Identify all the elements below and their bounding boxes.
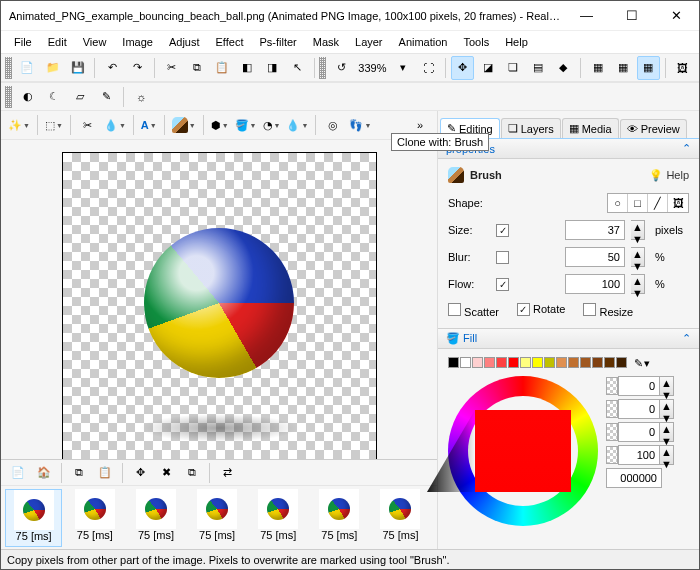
zoom-dropdown[interactable]: ▾ bbox=[391, 56, 414, 80]
cut-button[interactable]: ✂ bbox=[160, 56, 183, 80]
frame[interactable]: 75 [ms] bbox=[250, 489, 307, 547]
menu-effect[interactable]: Effect bbox=[209, 34, 251, 50]
swatch[interactable] bbox=[580, 357, 591, 368]
size-checkbox[interactable] bbox=[496, 224, 509, 237]
resize-checkbox[interactable] bbox=[583, 303, 596, 316]
swatch[interactable] bbox=[496, 357, 507, 368]
frame-home-button[interactable]: 🏠 bbox=[32, 461, 56, 485]
size-spinner[interactable]: ▲▼ bbox=[631, 220, 645, 240]
tool-b[interactable]: ◨ bbox=[261, 56, 284, 80]
eyedropper-icon[interactable]: ✎ bbox=[634, 357, 643, 370]
text-tool[interactable]: A▼ bbox=[138, 113, 160, 137]
frame[interactable]: 75 [ms] bbox=[66, 489, 123, 547]
frame[interactable]: 75 [ms] bbox=[127, 489, 184, 547]
select-arrow-button[interactable]: ↖ bbox=[286, 56, 309, 80]
frame[interactable]: 75 [ms] bbox=[5, 489, 62, 547]
frame[interactable]: 75 [ms] bbox=[189, 489, 246, 547]
new-button[interactable]: 📄 bbox=[16, 56, 39, 80]
rotate-checkbox[interactable] bbox=[517, 303, 530, 316]
move-tool[interactable]: ✥ bbox=[451, 56, 474, 80]
crescent-button[interactable]: ☾ bbox=[42, 85, 66, 109]
spinner-icon[interactable]: ▲▼ bbox=[660, 445, 674, 465]
swatch[interactable] bbox=[556, 357, 567, 368]
gradient-tool[interactable]: ◔▼ bbox=[260, 113, 284, 137]
grid1-icon[interactable]: ▦ bbox=[586, 56, 609, 80]
canvas-viewport[interactable] bbox=[1, 140, 437, 459]
spinner-icon[interactable]: ▲▼ bbox=[660, 399, 674, 419]
swatch[interactable] bbox=[544, 357, 555, 368]
fill-header[interactable]: 🪣 Fill ⌃ bbox=[438, 328, 699, 349]
color-triangle[interactable] bbox=[475, 410, 571, 492]
shape-circle[interactable]: ○ bbox=[608, 194, 628, 212]
layers-button[interactable]: ❏ bbox=[501, 56, 524, 80]
channel-2-input[interactable] bbox=[618, 422, 660, 442]
menu-adjust[interactable]: Adjust bbox=[162, 34, 207, 50]
menu-help[interactable]: Help bbox=[498, 34, 535, 50]
frame-del-button[interactable]: ✖ bbox=[154, 461, 178, 485]
swatch[interactable] bbox=[604, 357, 615, 368]
zoom-value[interactable]: 339% bbox=[354, 62, 390, 74]
channel-bar-3[interactable] bbox=[606, 446, 618, 464]
menu-ps-filter[interactable]: Ps-filter bbox=[252, 34, 303, 50]
canvas[interactable] bbox=[62, 152, 377, 459]
maximize-button[interactable]: ☐ bbox=[609, 1, 654, 30]
tool-a[interactable]: ◧ bbox=[236, 56, 259, 80]
channel-3-input[interactable] bbox=[618, 445, 660, 465]
swatch[interactable] bbox=[568, 357, 579, 368]
swatch[interactable] bbox=[532, 357, 543, 368]
frame-fx-button[interactable]: ⇄ bbox=[215, 461, 239, 485]
shape-image[interactable]: 🖼 bbox=[668, 194, 688, 212]
select-rect-tool[interactable]: ⬚▼ bbox=[42, 113, 66, 137]
menu-file[interactable]: File bbox=[7, 34, 39, 50]
swatch[interactable] bbox=[592, 357, 603, 368]
wand-tool[interactable]: ✨▼ bbox=[5, 113, 33, 137]
swatch[interactable] bbox=[520, 357, 531, 368]
shape-diagonal[interactable]: ╱ bbox=[648, 194, 668, 212]
tab-layers[interactable]: ❏ Layers bbox=[501, 118, 561, 138]
grid2-icon[interactable]: ▦ bbox=[611, 56, 634, 80]
sun-button[interactable]: ☼ bbox=[129, 85, 153, 109]
flow-input[interactable] bbox=[565, 274, 625, 294]
menu-edit[interactable]: Edit bbox=[41, 34, 74, 50]
copy-button[interactable]: ⧉ bbox=[185, 56, 208, 80]
channel-bar-1[interactable] bbox=[606, 400, 618, 418]
flow-checkbox[interactable] bbox=[496, 278, 509, 291]
save-button[interactable]: 💾 bbox=[66, 56, 89, 80]
flow-spinner[interactable]: ▲▼ bbox=[631, 274, 645, 294]
scatter-checkbox[interactable] bbox=[448, 303, 461, 316]
stack-button[interactable]: ▤ bbox=[527, 56, 550, 80]
brush-tool[interactable]: ▼ bbox=[169, 113, 199, 137]
frame-copy-button[interactable]: ⧉ bbox=[67, 461, 91, 485]
size-input[interactable] bbox=[565, 220, 625, 240]
shape-square[interactable]: □ bbox=[628, 194, 648, 212]
frame-add-button[interactable]: 📄 bbox=[6, 461, 30, 485]
toolbar-grip-2[interactable] bbox=[319, 57, 326, 79]
swatch[interactable] bbox=[472, 357, 483, 368]
toolbar-grip[interactable] bbox=[5, 57, 12, 79]
stamp-tool[interactable]: 👣▼ bbox=[346, 113, 374, 137]
tab-preview[interactable]: 👁 Preview bbox=[620, 119, 687, 138]
blur-spinner[interactable]: ▲▼ bbox=[631, 247, 645, 267]
spinner-icon[interactable]: ▲▼ bbox=[660, 422, 674, 442]
channel-1-input[interactable] bbox=[618, 399, 660, 419]
frames-list[interactable]: 75 [ms]75 [ms]75 [ms]75 [ms]75 [ms]75 [m… bbox=[1, 486, 437, 549]
menu-tools[interactable]: Tools bbox=[456, 34, 496, 50]
collapse-icon[interactable]: ⌃ bbox=[682, 142, 691, 155]
tab-media[interactable]: ▦ Media bbox=[562, 118, 619, 138]
channel-bar-0[interactable] bbox=[606, 377, 618, 395]
color-wheel[interactable] bbox=[448, 376, 598, 526]
rgb-button[interactable]: ◪ bbox=[476, 56, 499, 80]
contrast-button[interactable]: ◐ bbox=[16, 85, 40, 109]
menu-animation[interactable]: Animation bbox=[392, 34, 455, 50]
swatch[interactable] bbox=[616, 357, 627, 368]
swatch[interactable] bbox=[484, 357, 495, 368]
toolbar-grip-3[interactable] bbox=[5, 86, 12, 108]
frame[interactable]: 75 [ms] bbox=[311, 489, 368, 547]
fill-tool[interactable]: 🪣▼ bbox=[232, 113, 260, 137]
open-button[interactable]: 📁 bbox=[41, 56, 64, 80]
swatch-menu[interactable]: ▾ bbox=[644, 357, 650, 370]
pencil-button[interactable]: ✎ bbox=[94, 85, 118, 109]
frame-dup-button[interactable]: ⧉ bbox=[180, 461, 204, 485]
rotate-ccw-button[interactable]: ↺ bbox=[330, 56, 353, 80]
undo-button[interactable]: ↶ bbox=[100, 56, 123, 80]
